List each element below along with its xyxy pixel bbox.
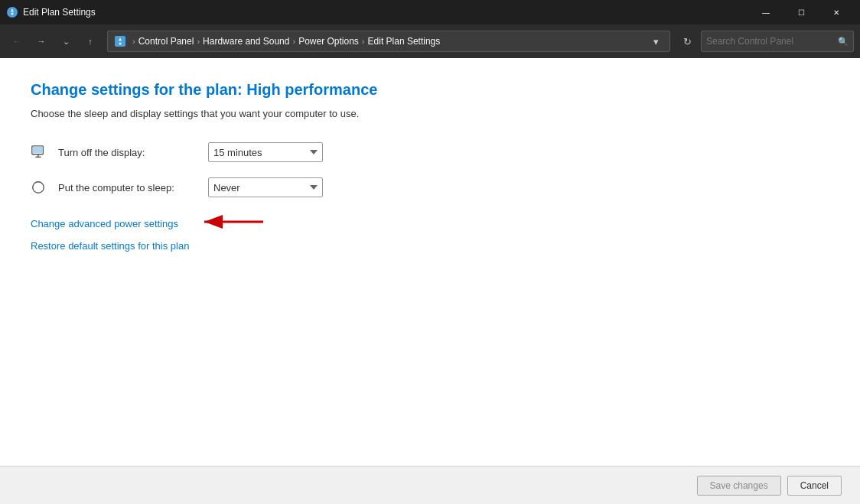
breadcrumb: › Control Panel › Hardware and Sound › P… xyxy=(114,35,645,47)
restore-defaults-link[interactable]: Restore default settings for this plan xyxy=(31,240,189,252)
page-subtitle: Choose the sleep and display settings th… xyxy=(31,108,829,119)
arrow-annotation xyxy=(198,213,267,234)
refresh-button[interactable]: ↻ xyxy=(676,31,698,52)
search-input[interactable] xyxy=(706,36,835,47)
sleep-label: Put the computer to sleep: xyxy=(58,182,196,193)
restore-link-row: Restore default settings for this plan xyxy=(31,240,829,252)
breadcrumb-control-panel[interactable]: Control Panel xyxy=(138,36,194,47)
breadcrumb-app-icon xyxy=(114,35,126,47)
svg-rect-7 xyxy=(33,147,43,153)
title-plan: High performance xyxy=(246,81,377,98)
window-title: Edit Plan Settings xyxy=(23,7,748,18)
minimize-button[interactable]: — xyxy=(748,0,783,24)
breadcrumb-hardware-sound[interactable]: Hardware and Sound xyxy=(203,36,289,47)
save-changes-button[interactable]: Save changes xyxy=(697,476,781,496)
footer-bar: Save changes Cancel xyxy=(0,466,860,504)
forward-button[interactable]: → xyxy=(31,31,52,52)
breadcrumb-edit-plan[interactable]: Edit Plan Settings xyxy=(368,36,441,47)
page-title: Change settings for the plan: High perfo… xyxy=(31,81,829,99)
title-prefix: Change settings for the plan: xyxy=(31,81,246,98)
window-controls: — ☐ ✕ xyxy=(748,0,854,24)
search-icon: 🔍 xyxy=(838,37,849,47)
svg-point-1 xyxy=(11,13,14,15)
breadcrumb-sep-3: › xyxy=(362,37,365,46)
close-button[interactable]: ✕ xyxy=(819,0,854,24)
advanced-power-settings-link[interactable]: Change advanced power settings xyxy=(31,218,178,229)
breadcrumb-sep-1: › xyxy=(197,37,200,46)
sleep-select[interactable]: Never 1 minute 2 minutes 5 minutes 10 mi… xyxy=(208,177,323,197)
maximize-button[interactable]: ☐ xyxy=(783,0,819,24)
display-label: Turn off the display: xyxy=(58,147,196,158)
sleep-icon xyxy=(31,180,46,195)
recent-button[interactable]: ⌄ xyxy=(55,31,77,52)
content-area: Change settings for the plan: High perfo… xyxy=(0,58,860,504)
search-box: 🔍 xyxy=(701,31,854,52)
cancel-button[interactable]: Cancel xyxy=(787,476,842,496)
address-wrapper: › Control Panel › Hardware and Sound › P… xyxy=(107,31,670,52)
title-bar: Edit Plan Settings — ☐ ✕ xyxy=(0,0,860,24)
window-icon xyxy=(6,6,18,18)
arrow-svg xyxy=(198,213,267,231)
address-bar: ← → ⌄ ↑ › Control Panel › Hardware and S… xyxy=(0,24,860,58)
breadcrumb-sep-2: › xyxy=(292,37,295,46)
sleep-setting-row: Put the computer to sleep: Never 1 minut… xyxy=(31,177,829,197)
display-setting-row: Turn off the display: 15 minutes 1 minut… xyxy=(31,142,829,162)
advanced-link-row: Change advanced power settings xyxy=(31,213,829,234)
display-icon xyxy=(31,145,46,160)
address-dropdown-button[interactable]: ▾ xyxy=(648,31,663,52)
svg-point-8 xyxy=(33,182,44,193)
svg-point-3 xyxy=(119,43,122,45)
breadcrumb-power-options[interactable]: Power Options xyxy=(298,36,359,47)
main-window: Edit Plan Settings — ☐ ✕ ← → ⌄ ↑ › Contr… xyxy=(0,0,860,504)
display-select[interactable]: 15 minutes 1 minute 2 minutes 5 minutes … xyxy=(208,142,323,162)
up-button[interactable]: ↑ xyxy=(80,31,101,52)
breadcrumb-sep-0: › xyxy=(132,37,135,46)
page-content: Change settings for the plan: High perfo… xyxy=(0,58,860,466)
links-area: Change advanced power settings xyxy=(31,213,829,252)
back-button[interactable]: ← xyxy=(6,31,28,52)
